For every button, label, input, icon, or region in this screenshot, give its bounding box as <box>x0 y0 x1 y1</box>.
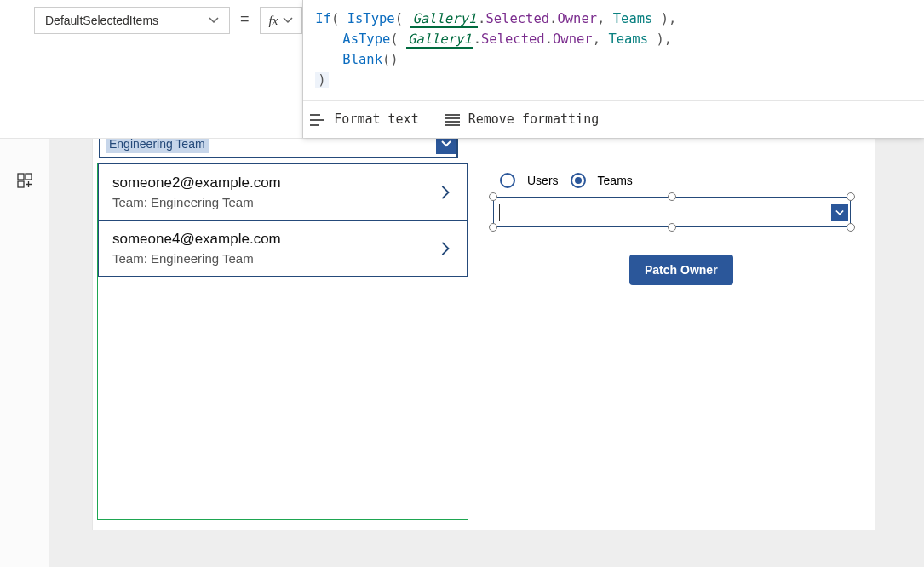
gallery-item[interactable]: someone2@example.com Team: Engineering T… <box>98 163 468 220</box>
patch-owner-button[interactable]: Patch Owner <box>629 255 733 285</box>
gallery-item-email: someone2@example.com <box>112 175 281 192</box>
chevron-right-icon <box>438 185 453 200</box>
format-icon <box>310 114 325 126</box>
chevron-right-icon <box>438 241 453 256</box>
remove-format-icon <box>445 114 460 126</box>
resize-handle[interactable] <box>668 223 676 232</box>
equals-label: = <box>240 10 250 28</box>
formula-line-3: Blank() <box>315 49 912 70</box>
radio-users-2-label: Users <box>527 174 559 187</box>
chevron-down-icon[interactable] <box>831 204 848 221</box>
formula-bar: DefaultSelectedItems = fx If( IsType( Ga… <box>0 0 924 139</box>
radio-users-2[interactable] <box>500 173 515 188</box>
chevron-down-icon <box>209 15 219 26</box>
text-caret <box>499 204 500 221</box>
chevron-down-icon <box>283 15 293 26</box>
gallery[interactable]: someone2@example.com Team: Engineering T… <box>97 163 468 520</box>
radio-teams-2-label: Teams <box>598 174 633 187</box>
format-text-button[interactable]: Format text <box>310 110 418 129</box>
resize-handle[interactable] <box>847 223 855 232</box>
fx-label: fx <box>269 14 278 28</box>
formula-toolbar: Format text Remove formatting <box>303 100 924 138</box>
formula-line-4: ) <box>315 70 912 90</box>
svg-rect-0 <box>18 174 24 180</box>
resize-handle[interactable] <box>489 192 497 201</box>
remove-formatting-label: Remove formatting <box>468 110 600 129</box>
svg-rect-2 <box>18 181 24 187</box>
format-text-label: Format text <box>334 110 418 129</box>
gallery-item-email: someone4@example.com <box>112 231 281 248</box>
property-value: DefaultSelectedItems <box>45 14 158 27</box>
right-filter-radios: Users Teams <box>500 173 633 188</box>
gallery-item-team: Team: Engineering Team <box>112 251 281 266</box>
formula-line-2: AsType( Gallery1.Selected.Owner, Teams )… <box>315 29 912 49</box>
remove-formatting-button[interactable]: Remove formatting <box>445 110 600 129</box>
formula-editor[interactable]: If( IsType( Gallery1.Selected.Owner, Tea… <box>302 0 924 138</box>
gallery-item-team: Team: Engineering Team <box>112 195 281 209</box>
resize-handle[interactable] <box>668 192 676 201</box>
formula-line-1: If( IsType( Gallery1.Selected.Owner, Tea… <box>315 9 912 29</box>
selected-combobox-control[interactable] <box>493 197 851 227</box>
resize-handle[interactable] <box>847 192 855 201</box>
fx-indicator[interactable]: fx <box>260 7 303 34</box>
gallery-item[interactable]: someone4@example.com Team: Engineering T… <box>98 220 468 277</box>
app-canvas[interactable]: All Users Teams Engineering Team someone… <box>92 83 875 530</box>
resize-handle[interactable] <box>489 223 497 232</box>
radio-teams-2[interactable] <box>571 173 586 188</box>
property-dropdown[interactable]: DefaultSelectedItems <box>34 7 230 34</box>
svg-rect-1 <box>26 174 32 180</box>
components-icon[interactable] <box>16 172 33 189</box>
